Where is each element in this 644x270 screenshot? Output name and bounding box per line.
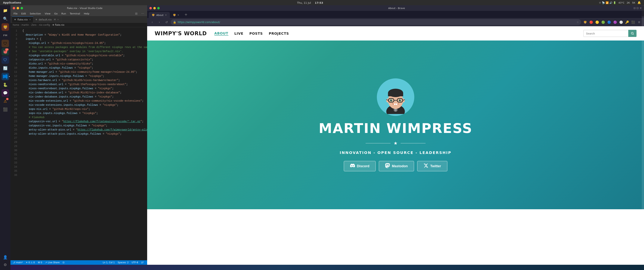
menu-selection[interactable]: Selection <box>28 12 42 15</box>
twitter-button[interactable]: Twitter <box>417 161 448 171</box>
dock-settings-icon[interactable]: ⚙ <box>2 261 9 268</box>
tab-close-default[interactable]: ✕ <box>57 19 59 21</box>
notif-icon[interactable]: 🔔 <box>638 1 641 4</box>
dock-terminal-icon[interactable]: ⬛ <box>2 106 9 113</box>
menu-edit[interactable]: Edit <box>20 12 28 15</box>
spaces-label: Spaces: 2 <box>118 261 128 264</box>
tl-minimize[interactable] <box>17 7 19 9</box>
live-share[interactable]: ↗ Live Share <box>45 261 60 264</box>
tab-close-new[interactable]: ✕ <box>178 14 179 16</box>
errors-count[interactable]: ✕ 0 ⚠ 0 <box>26 261 35 264</box>
editor-area: ❄ flake.nix ✕ ❄ default.nix M ✕ ⊟ ··· <box>10 16 147 265</box>
search-input[interactable] <box>583 30 628 37</box>
brave-rewards-icon[interactable]: 🦁 <box>582 20 588 25</box>
extension-5-icon[interactable]: 🟣 <box>612 20 618 25</box>
breadcrumb-martin[interactable]: martin <box>22 24 29 26</box>
menu-go[interactable]: Go <box>53 12 59 15</box>
extension-1-icon[interactable]: 🔴 <box>588 20 594 25</box>
dock-chat-icon[interactable]: 💬 <box>2 89 9 97</box>
spaces-status[interactable]: Spaces: 2 <box>118 261 128 264</box>
cursor-pos[interactable]: Ln 1, Col 1 <box>103 261 115 264</box>
code-editor[interactable]: { description = "Wimpy's NixOS and Home … <box>20 27 147 260</box>
watch-status[interactable]: W 0 <box>38 261 42 264</box>
editor-content: 12345 678910 1112131415 1617181920 21222… <box>10 27 147 260</box>
time-display: 17:53 <box>315 1 323 4</box>
system-bar: Applications Thu, 11 Jul 17:53 ⚙ 📡 📶 🔊 🔋… <box>0 0 644 5</box>
browser-toolbar: ‹ › ↺ 🔒 https://wimpysworld.com/about/ ☆… <box>147 18 644 26</box>
breadcrumb-zero[interactable]: Zero <box>31 24 36 26</box>
layout-icon[interactable]: ⊞ <box>134 12 139 15</box>
net-up: 5K <box>632 1 635 4</box>
nav-projects[interactable]: PROJECTS <box>269 32 289 35</box>
extension-4-icon[interactable]: 🔵 <box>606 20 612 25</box>
nav-about[interactable]: ABOUT <box>214 31 228 36</box>
browser-tab-about[interactable]: 🦁 About ✕ <box>149 12 170 18</box>
svg-line-1 <box>633 34 634 35</box>
dock-search-icon[interactable]: 🔍 <box>2 15 9 23</box>
dock-browser-icon[interactable]: 🦁 <box>2 23 9 31</box>
nav-posts[interactable]: POSTS <box>249 32 263 35</box>
svg-rect-22 <box>396 103 398 105</box>
nav-live[interactable]: LIVE <box>234 32 243 35</box>
net-down: 2K <box>626 1 630 4</box>
mastodon-button[interactable]: Mastodon <box>379 161 414 171</box>
dock-warning-icon[interactable]: ⚠ 1 <box>2 97 9 105</box>
menu-file[interactable]: File <box>12 12 19 15</box>
menu-help[interactable]: Help <box>82 12 91 15</box>
dock-vscode-icon[interactable] <box>2 73 9 80</box>
extension-6-icon[interactable]: ⚪ <box>618 20 624 25</box>
reload-button[interactable]: ↺ <box>164 19 169 25</box>
tab-close-flake[interactable]: ✕ <box>29 19 31 21</box>
menu-run[interactable]: Run <box>60 12 68 15</box>
browser-tab-new[interactable]: 🦁 ✕ <box>170 12 182 18</box>
tl-close[interactable] <box>13 7 15 9</box>
warning-icon-status: ⚠ <box>31 261 33 264</box>
ww-tagline: INNOVATION - OPEN SOURCE - LEADERSHIP <box>340 150 452 155</box>
scrollbar-thumb[interactable] <box>642 5 644 17</box>
dock-sync-icon[interactable]: 🔄 <box>2 65 9 72</box>
browser-tl-close[interactable] <box>150 7 152 9</box>
more-icon[interactable]: ··· <box>140 12 146 15</box>
tab-default-nix[interactable]: ❄ default.nix M ✕ <box>33 17 62 23</box>
terminal-icon-status[interactable]: ⊡ <box>62 261 64 264</box>
dock-brave-icon[interactable]: 🛡 <box>2 40 9 47</box>
back-button[interactable]: ‹ <box>150 19 155 25</box>
browser-tl-minimize[interactable] <box>153 7 156 9</box>
menu-view[interactable]: View <box>43 12 52 15</box>
encoding-status[interactable]: UTF-8 <box>132 261 138 264</box>
extension-2-icon[interactable]: 🟡 <box>594 20 600 25</box>
ww-logo[interactable]: WIMPY'S WORLD <box>155 30 207 37</box>
extension-7-icon[interactable]: 🔑 <box>624 20 630 25</box>
search-button[interactable] <box>628 30 636 37</box>
svg-point-20 <box>400 100 401 100</box>
lf-status[interactable]: LF <box>141 261 144 264</box>
dock-git-icon[interactable]: 🐙 23 <box>2 48 9 56</box>
desktop: 📁 🔍 🦁 FM 🛡 🐙 23 🛡 🔄 🐍 💬 ⚠ 1 <box>0 5 644 270</box>
discord-button[interactable]: Discord <box>344 161 376 171</box>
svg-point-0 <box>631 32 633 34</box>
tab-close-about[interactable]: ✕ <box>165 14 166 16</box>
extensions-menu-icon[interactable]: ⬛ <box>630 20 636 25</box>
svg-rect-9 <box>388 93 403 96</box>
url-bar[interactable]: 🔒 https://wimpysworld.com/about/ ☆ <box>171 19 581 25</box>
new-tab-btn[interactable]: + <box>182 12 190 17</box>
dock-shield-icon[interactable]: 🛡 <box>2 56 9 64</box>
extension-3-icon[interactable]: 🟢 <box>600 20 606 25</box>
tl-maximize[interactable] <box>20 7 23 9</box>
browser-tl-maximize[interactable] <box>157 7 160 9</box>
dock-files-icon[interactable]: 📁 <box>2 7 9 14</box>
browser-menu-icon[interactable]: ≡ <box>636 20 642 25</box>
forward-button[interactable]: › <box>156 19 162 25</box>
menu-terminal[interactable]: Terminal <box>68 12 82 15</box>
breadcrumb-flake-nix[interactable]: ❄ flake.nix <box>52 24 64 26</box>
breadcrumb-nix-config[interactable]: nix-config <box>39 24 50 26</box>
star-bookmark-icon[interactable]: ☆ <box>576 21 579 24</box>
applications-label[interactable]: Applications <box>3 1 21 4</box>
dock-user-icon[interactable]: 👤 <box>2 253 9 261</box>
browser-scrollbar[interactable] <box>642 5 644 265</box>
dock-fm-icon[interactable]: FM <box>2 32 9 39</box>
breadcrumb-home[interactable]: home <box>13 24 19 26</box>
tab-flake-nix[interactable]: ❄ flake.nix ✕ <box>12 17 33 23</box>
dock-python-icon[interactable]: 🐍 <box>2 81 9 88</box>
git-branch[interactable]: ⎇ main* <box>13 261 23 264</box>
